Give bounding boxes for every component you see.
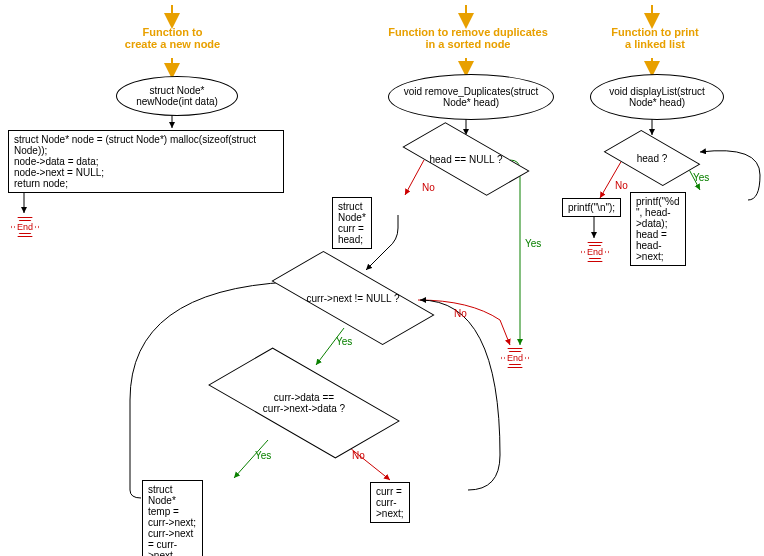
label-yes: Yes	[525, 238, 541, 249]
displaylist-signature: void displayList(struct Node* head)	[590, 74, 724, 120]
removedup-end: End	[500, 346, 530, 370]
removedup-cond-data: curr->data == curr->next->data ?	[234, 368, 374, 438]
removedup-remove-code: struct Node* temp = curr->next; curr->ne…	[142, 480, 203, 556]
removedup-cond-head: head == NULL ?	[420, 136, 512, 182]
displaylist-print-newline: printf("\n");	[562, 198, 621, 217]
newnode-title: Function to create a new node	[110, 26, 235, 50]
removedup-title: Function to remove duplicates in a sorte…	[388, 26, 548, 50]
label-yes: Yes	[255, 450, 271, 461]
removedup-advance-code: curr = curr->next;	[370, 482, 410, 523]
newnode-end: End	[10, 215, 40, 239]
removedup-signature: void remove_Duplicates(struct Node* head…	[388, 74, 554, 120]
label-yes: Yes	[693, 172, 709, 183]
displaylist-cond-head: head ?	[620, 138, 684, 178]
label-no: No	[615, 180, 628, 191]
displaylist-end: End	[580, 240, 610, 264]
displaylist-title: Function to print a linked list	[600, 26, 710, 50]
label-no: No	[422, 182, 435, 193]
removedup-init-curr: struct Node* curr = head;	[332, 197, 372, 249]
newnode-body: struct Node* node = (struct Node*) mallo…	[8, 130, 284, 193]
removedup-cond-next: curr->next != NULL ?	[292, 270, 414, 326]
label-yes: Yes	[336, 336, 352, 347]
label-no: No	[454, 308, 467, 319]
svg-line-15	[600, 160, 622, 198]
displaylist-print-node: printf("%d ", head->data); head = head->…	[630, 192, 686, 266]
newnode-signature: struct Node* newNode(int data)	[116, 76, 238, 116]
label-no: No	[352, 450, 365, 461]
